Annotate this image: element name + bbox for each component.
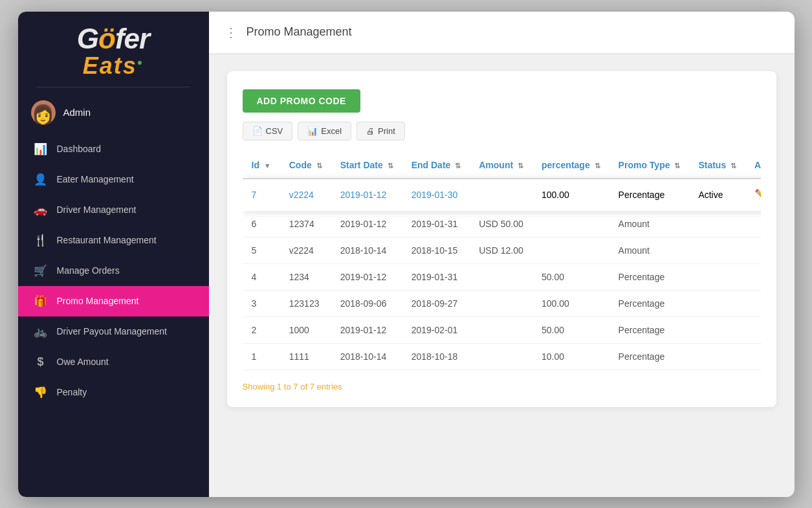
table-row: 1 1111 2018-10-14 2018-10-18 10.00 Perce… [243,343,761,370]
cell-start-date: 2018-10-14 [331,343,402,370]
restaurant-icon: 🍴 [34,234,48,247]
cell-code: 123123 [280,290,331,316]
excel-export-button[interactable]: 📊 Excel [298,122,351,140]
admin-row: 👩 Admin [18,94,209,134]
col-percentage-label: percentage [542,160,590,170]
cell-status [689,263,745,290]
col-action-label: Action [754,160,760,170]
cell-action [745,237,760,263]
payout-icon: 🚲 [34,325,48,338]
cell-percentage: 50.00 [532,263,609,290]
cell-code: 12374 [280,211,331,237]
cell-start-date: 2019-01-12 [331,316,402,343]
sidebar-item-owe-amount[interactable]: $ Owe Amount [18,347,209,377]
table-row: 6 12374 2019-01-12 2019-01-31 USD 50.00 … [243,211,761,237]
print-icon: 🖨 [366,126,375,136]
table-row-highlighted: 7 v2224 2019-01-12 2019-01-30 100.00 Per… [243,179,761,211]
table-row: 2 1000 2019-01-12 2019-02-01 50.00 Perce… [243,316,761,343]
showing-entries-suffix: entries [317,382,342,392]
logo: G ö fer Eats● [18,12,209,87]
col-header-amount[interactable]: Amount ⇅ [470,152,532,179]
col-header-end-date[interactable]: End Date ⇅ [402,152,470,179]
cell-start-date: 2019-01-12 [331,179,402,211]
driver-icon: 🚗 [34,203,48,217]
col-header-id[interactable]: Id ▼ [243,152,280,179]
cell-status [689,290,745,316]
col-header-percentage[interactable]: percentage ⇅ [532,152,609,179]
col-promo-type-label: Promo Type [619,160,670,170]
cell-action [745,290,760,316]
cell-end-date: 2019-01-30 [402,179,470,211]
showing-total: 7 [310,382,314,392]
print-button[interactable]: 🖨 Print [357,122,405,140]
cell-action [745,211,760,237]
cell-action [745,343,760,370]
cell-id: 2 [243,316,280,343]
table-row: 5 v2224 2018-10-14 2018-10-15 USD 12.00 … [243,237,761,263]
cell-code: 1000 [280,316,331,343]
top-bar: ⋮ Promo Management [209,12,795,53]
cell-percentage: 10.00 [532,343,609,370]
sidebar-item-restaurant-management[interactable]: 🍴 Restaurant Management [18,225,209,256]
cell-promo-type: Amount [609,237,690,263]
menu-dots-button[interactable]: ⋮ [225,25,237,40]
col-header-status[interactable]: Status ⇅ [689,152,745,179]
col-amount-label: Amount [479,160,513,170]
sidebar-item-eater-management[interactable]: 👤 Eater Management [18,164,209,195]
sidebar-item-dashboard[interactable]: 📊 Dashboard [18,134,209,164]
cell-start-date: 2018-10-14 [331,237,402,263]
orders-icon: 🛒 [34,264,48,278]
edit-button[interactable]: ✏️ [754,188,760,202]
csv-icon: 📄 [252,126,263,136]
cell-amount: USD 50.00 [470,211,532,237]
excel-label: Excel [321,126,342,136]
print-label: Print [378,126,395,136]
col-code-label: Code [289,160,312,170]
cell-id: 3 [243,290,280,316]
cell-id: 6 [243,211,280,237]
action-buttons: ✏️ ✕ [754,188,760,202]
col-header-action: Action [745,152,760,179]
sidebar-item-label: Driver Payout Management [57,326,167,337]
cell-id: 1 [243,343,280,370]
cell-promo-type: Percentage [609,179,690,211]
col-id-label: Id [252,160,259,170]
nav-list: 📊 Dashboard 👤 Eater Management 🚗 Driver … [18,134,209,497]
cell-action: ✏️ ✕ [745,179,760,211]
showing-prefix: Showing [243,382,277,392]
cell-amount [470,316,532,343]
sidebar-item-label: Penalty [57,387,87,397]
col-status-label: Status [698,160,726,170]
col-header-code[interactable]: Code ⇅ [280,152,331,179]
sidebar-item-promo-management[interactable]: 🎁 Promo Management [18,286,209,316]
col-header-promo-type[interactable]: Promo Type ⇅ [609,152,690,179]
showing-to-text: to [284,382,293,392]
cell-amount [470,343,532,370]
dashboard-icon: 📊 [34,142,48,156]
cell-end-date: 2018-10-15 [402,237,470,263]
add-promo-code-button[interactable]: ADD PROMO CODE [243,89,360,113]
cell-code: 1111 [280,343,331,370]
sidebar-item-driver-management[interactable]: 🚗 Driver Management [18,195,209,225]
promo-type-sort-icon: ⇅ [674,162,680,170]
csv-label: CSV [266,126,283,136]
sidebar-item-label: Eater Management [57,174,134,184]
table-row: 3 123123 2018-09-06 2018-09-27 100.00 Pe… [243,290,761,316]
showing-from: 1 [277,382,281,392]
sidebar-item-penalty[interactable]: 👎 Penalty [18,377,209,408]
cell-percentage: 100.00 [532,290,609,316]
cell-start-date: 2019-01-12 [331,211,402,237]
cell-end-date: 2019-02-01 [402,316,470,343]
sidebar-item-manage-orders[interactable]: 🛒 Manage Orders [18,256,209,286]
cell-promo-type: Amount [609,211,690,237]
col-header-start-date[interactable]: Start Date ⇅ [331,152,402,179]
csv-export-button[interactable]: 📄 CSV [243,122,293,140]
cell-percentage: 50.00 [532,316,609,343]
col-end-date-label: End Date [411,160,451,170]
excel-icon: 📊 [307,126,318,136]
col-start-date-label: Start Date [340,160,383,170]
showing-entries-text: Showing 1 to 7 of 7 entries [243,382,761,392]
percentage-sort-icon: ⇅ [595,162,600,170]
sidebar-item-driver-payout[interactable]: 🚲 Driver Payout Management [18,316,209,347]
cell-status [689,237,745,263]
